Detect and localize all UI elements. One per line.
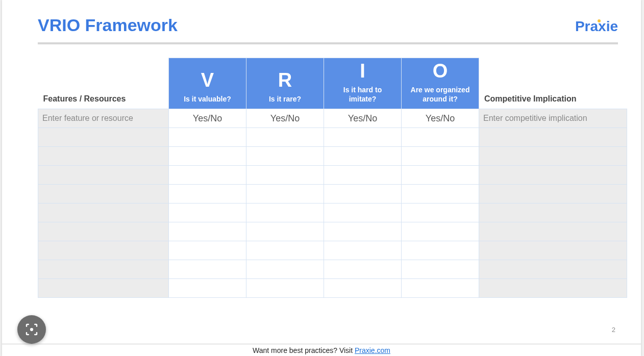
implication-input[interactable] [479, 260, 627, 279]
o-input[interactable] [402, 279, 479, 298]
header-o: O Are we organized around it? [402, 58, 479, 109]
feature-input[interactable] [38, 147, 169, 166]
i-input[interactable] [324, 222, 402, 241]
implication-input[interactable]: Enter competitive implication [479, 109, 627, 128]
o-input[interactable] [402, 185, 479, 204]
v-input[interactable] [169, 185, 246, 204]
implication-input[interactable] [479, 204, 627, 222]
r-letter: R [252, 70, 318, 90]
lens-icon [24, 322, 39, 337]
title-divider [38, 42, 618, 44]
table-row [38, 260, 627, 279]
table-row [38, 128, 627, 147]
implication-input[interactable] [479, 241, 627, 260]
implication-input[interactable] [479, 222, 627, 241]
r-input[interactable] [246, 222, 324, 241]
i-input[interactable] [324, 279, 402, 298]
table-row [38, 222, 627, 241]
r-input[interactable] [246, 128, 324, 147]
vrio-table: Features / Resources V Is it valuable? R… [38, 58, 627, 298]
feature-input[interactable] [38, 128, 169, 147]
r-input[interactable] [246, 204, 324, 222]
i-question: Is it hard to imitate? [329, 86, 396, 104]
o-input[interactable] [402, 222, 479, 241]
footer-text: Want more best practices? Visit [253, 346, 355, 354]
r-input[interactable] [246, 147, 324, 166]
v-input[interactable] [169, 128, 246, 147]
i-input[interactable] [324, 260, 402, 279]
brand-logo: Praxie [575, 18, 618, 35]
implication-input[interactable] [479, 128, 627, 147]
implication-input[interactable] [479, 279, 627, 298]
i-input[interactable] [324, 204, 402, 222]
header-row: VRIO Framework Praxie [38, 15, 618, 35]
page-title: VRIO Framework [38, 15, 178, 35]
table-row [38, 185, 627, 204]
table-row [38, 147, 627, 166]
brand-text: Praxie [575, 18, 618, 34]
footer-bar: Want more best practices? Visit Praxie.c… [2, 344, 641, 356]
r-input[interactable] [246, 166, 324, 185]
v-input[interactable] [169, 241, 246, 260]
i-input[interactable]: Yes/No [324, 109, 402, 128]
table-row: Enter feature or resource Yes/No Yes/No … [38, 109, 627, 128]
v-input[interactable] [169, 147, 246, 166]
header-r: R Is it rare? [246, 58, 324, 109]
o-input[interactable] [402, 128, 479, 147]
v-letter: V [174, 70, 241, 90]
table-body: Enter feature or resource Yes/No Yes/No … [38, 109, 627, 298]
implication-input[interactable] [479, 166, 627, 185]
i-input[interactable] [324, 128, 402, 147]
implication-input[interactable] [479, 147, 627, 166]
o-input[interactable] [402, 147, 479, 166]
feature-input[interactable] [38, 279, 169, 298]
feature-input[interactable] [38, 204, 169, 222]
feature-input[interactable] [38, 222, 169, 241]
v-input[interactable] [169, 279, 246, 298]
feature-input[interactable] [38, 185, 169, 204]
feature-input[interactable]: Enter feature or resource [38, 109, 169, 128]
header-implication: Competitive Implication [479, 58, 627, 109]
table-row [38, 204, 627, 222]
o-letter: O [407, 61, 474, 81]
i-input[interactable] [324, 241, 402, 260]
i-input[interactable] [324, 147, 402, 166]
v-question: Is it valuable? [174, 95, 241, 104]
i-input[interactable] [324, 166, 402, 185]
v-input[interactable]: Yes/No [169, 109, 246, 128]
o-input[interactable]: Yes/No [402, 109, 479, 128]
v-input[interactable] [169, 260, 246, 279]
svg-point-0 [30, 328, 33, 331]
v-input[interactable] [169, 222, 246, 241]
o-input[interactable] [402, 260, 479, 279]
r-input[interactable] [246, 241, 324, 260]
table-row [38, 279, 627, 298]
page-number: 2 [612, 326, 615, 334]
slide-page: VRIO Framework Praxie Features / Resourc… [2, 0, 641, 356]
header-i: I Is it hard to imitate? [324, 58, 402, 109]
lens-button[interactable] [17, 315, 46, 344]
feature-input[interactable] [38, 166, 169, 185]
o-question: Are we organized around it? [407, 86, 474, 104]
header-features: Features / Resources [38, 58, 169, 109]
r-input[interactable]: Yes/No [246, 109, 324, 128]
i-letter: I [329, 61, 396, 81]
v-input[interactable] [169, 166, 246, 185]
table-row [38, 166, 627, 185]
i-input[interactable] [324, 185, 402, 204]
r-input[interactable] [246, 279, 324, 298]
feature-input[interactable] [38, 260, 169, 279]
implication-input[interactable] [479, 185, 627, 204]
r-input[interactable] [246, 260, 324, 279]
o-input[interactable] [402, 241, 479, 260]
brand-dot-icon [598, 19, 601, 22]
o-input[interactable] [402, 166, 479, 185]
footer-link[interactable]: Praxie.com [355, 346, 390, 354]
v-input[interactable] [169, 204, 246, 222]
o-input[interactable] [402, 204, 479, 222]
r-input[interactable] [246, 185, 324, 204]
r-question: Is it rare? [252, 95, 318, 104]
feature-input[interactable] [38, 241, 169, 260]
table-row [38, 241, 627, 260]
table-header-row: Features / Resources V Is it valuable? R… [38, 58, 627, 109]
